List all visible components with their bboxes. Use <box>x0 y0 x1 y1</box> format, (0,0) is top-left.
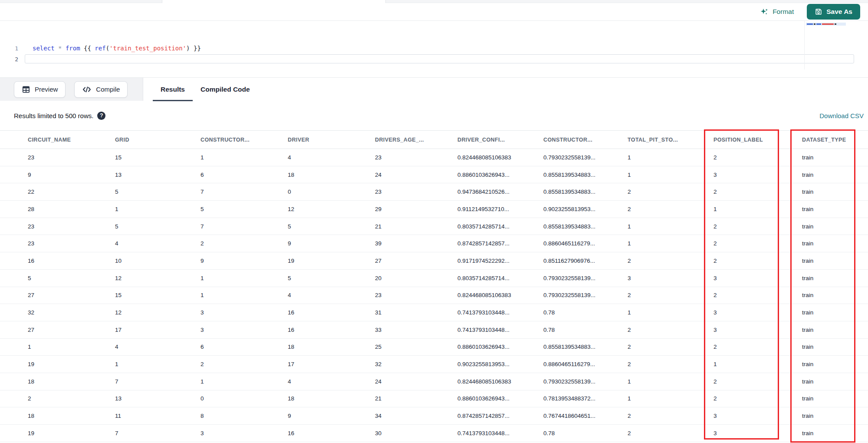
save-as-button[interactable]: Save As <box>807 4 860 20</box>
table-cell: 0.9023255813953... <box>457 361 543 367</box>
table-row: 23575210.8035714285714...0.8558139534883… <box>0 218 868 235</box>
sql-editor[interactable]: 1 2 select * from {{ ref('train_test_pos… <box>0 21 868 77</box>
table-row: 2717316330.7413793103448...0.7823train <box>0 321 868 339</box>
table-row: 22570230.9473684210526...0.8558139534883… <box>0 183 868 201</box>
table-cell: 17 <box>288 361 375 367</box>
table-row: 281512290.9112149532710...0.902325581395… <box>0 201 868 218</box>
table-cell: train <box>802 240 868 247</box>
minimap-code-line <box>806 23 846 26</box>
table-cell: 12 <box>288 206 375 212</box>
table-cell: 0.8511627906976... <box>543 258 628 264</box>
table-cell: 23 <box>375 292 457 298</box>
table-cell: 0.8558139534883... <box>543 172 628 178</box>
table-cell: 5 <box>288 223 375 230</box>
format-button[interactable]: Format <box>760 7 794 16</box>
table-cell: 4 <box>115 240 201 247</box>
table-cell: 1 <box>201 378 288 385</box>
column-header[interactable]: DRIVER <box>288 137 375 143</box>
table-cell: 2 <box>628 292 713 298</box>
table-row: 1610919270.9171974522292...0.85116279069… <box>0 252 868 270</box>
column-header[interactable]: CONSTRUCTOR... <box>201 137 288 143</box>
preview-button[interactable]: Preview <box>14 81 66 98</box>
column-header[interactable]: CONSTRUCTOR... <box>543 137 628 143</box>
table-cell: 0.8860465116279... <box>543 361 628 367</box>
table-cell: 9 <box>201 258 288 264</box>
column-header[interactable]: TOTAL_PIT_STO... <box>628 137 713 143</box>
table-cell: 21 <box>375 395 457 402</box>
table-cell: 31 <box>375 309 457 316</box>
table-cell: 2 <box>713 344 802 350</box>
table-cell: 0.8035714285714... <box>457 223 543 230</box>
column-header[interactable]: DATASET_TYPE <box>802 137 868 143</box>
table-cell: 0.8035714285714... <box>457 275 543 281</box>
table-cell: train <box>802 378 868 385</box>
table-cell: 3 <box>713 430 802 436</box>
table-cell: train <box>802 206 868 212</box>
table-cell: 0.7930232558139... <box>543 378 628 385</box>
table-cell: 0.8860103626943... <box>457 172 543 178</box>
table-cell: train <box>802 154 868 161</box>
table-cell: 1 <box>628 378 713 385</box>
help-icon[interactable]: ? <box>97 112 105 120</box>
table-cell: 0.8860103626943... <box>457 344 543 350</box>
compile-button[interactable]: Compile <box>74 81 128 98</box>
table-cell: train <box>802 361 868 367</box>
table-cell: 23 <box>375 154 457 161</box>
jinja-open-braces: {{ <box>84 45 91 52</box>
table-cell: 34 <box>375 413 457 419</box>
table-cell: train <box>802 223 868 230</box>
table-cell: train <box>802 344 868 350</box>
table-cell: 2 <box>628 258 713 264</box>
table-cell: train <box>802 188 868 195</box>
table-cell: 18 <box>288 395 375 402</box>
active-file-tab[interactable] <box>162 0 386 3</box>
table-cell: 0.78 <box>543 309 628 316</box>
table-cell: 4 <box>288 154 375 161</box>
sql-keyword: from <box>66 45 80 52</box>
tab-results[interactable]: Results <box>153 78 193 101</box>
table-cell: 25 <box>375 344 457 350</box>
table-cell: 17 <box>115 327 201 333</box>
line-number-2: 2 <box>9 56 18 63</box>
table-cell: 0.7930232558139... <box>543 292 628 298</box>
table-cell: 2 <box>628 188 713 195</box>
editor-minimap[interactable] <box>804 21 868 69</box>
table-cell: 0.8558139534883... <box>543 188 628 195</box>
table-cell: 2 <box>28 395 115 402</box>
table-cell: 15 <box>115 292 201 298</box>
tab-compiled-code[interactable]: Compiled Code <box>193 78 258 101</box>
sql-ide-window: Format Save As 1 2 select * from {{ ref(… <box>0 0 868 443</box>
table-cell: 15 <box>115 154 201 161</box>
column-header[interactable]: DRIVERS_AGE_... <box>375 137 457 143</box>
table-row: 197316300.7413793103448...0.7823train <box>0 425 868 442</box>
table-cell: 2 <box>628 413 713 419</box>
table-row: 23429390.8742857142857...0.8860465116279… <box>0 235 868 252</box>
download-csv-link[interactable]: Download CSV <box>819 112 864 119</box>
table-cell: 0.8558139534883... <box>543 223 628 230</box>
table-cell: 39 <box>375 240 457 247</box>
column-header[interactable]: DRIVER_CONFI... <box>457 137 543 143</box>
table-cell: 5 <box>201 206 288 212</box>
table-cell: 5 <box>115 188 201 195</box>
table-cell: 1 <box>628 172 713 178</box>
table-cell: 2 <box>713 188 802 195</box>
table-cell: 3 <box>713 309 802 316</box>
table-cell: 28 <box>28 206 115 212</box>
table-cell: train <box>802 413 868 419</box>
table-cell: 0.9473684210526... <box>457 188 543 195</box>
editor-toolbar: Format Save As <box>0 3 868 21</box>
column-header[interactable]: GRID <box>115 137 201 143</box>
table-cell: 21 <box>375 223 457 230</box>
table-cell: 7 <box>201 188 288 195</box>
code-line-1[interactable]: select * from {{ ref('train_test_positio… <box>33 45 201 52</box>
table-cell: 2 <box>713 240 802 247</box>
table-cell: 2 <box>713 292 802 298</box>
table-cell: 1 <box>201 292 288 298</box>
table-cell: 1 <box>628 154 713 161</box>
table-cell: 16 <box>288 430 375 436</box>
column-header[interactable]: CIRCUIT_NAME <box>28 137 115 143</box>
table-cell: 0 <box>288 188 375 195</box>
table-cell: 2 <box>628 344 713 350</box>
table-cell: 1 <box>201 154 288 161</box>
column-header[interactable]: POSITION_LABEL <box>713 137 802 143</box>
